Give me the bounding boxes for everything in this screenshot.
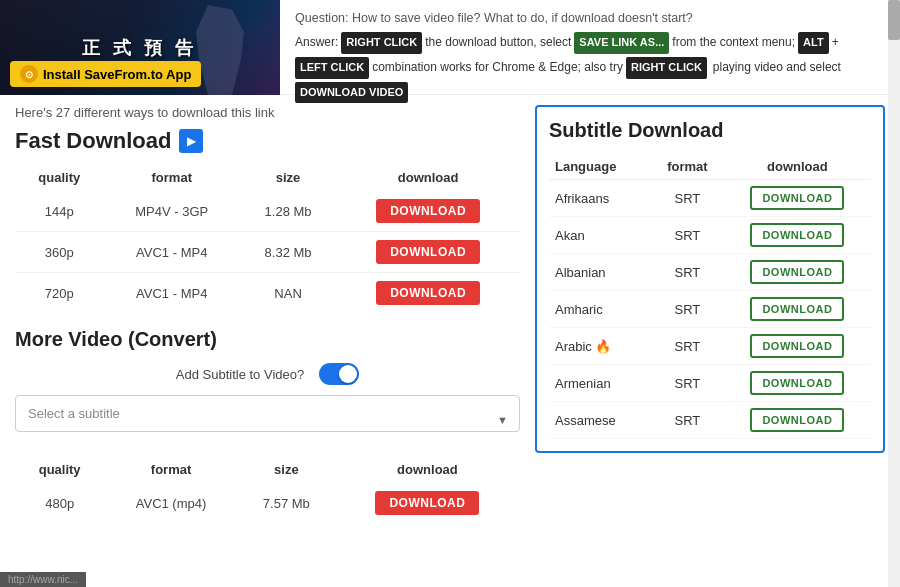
convert-col-size: size — [238, 456, 335, 483]
subtitle-table: Language format download Afrikaans SRT D… — [549, 154, 871, 439]
question-text: Question: How to save video file? What t… — [295, 8, 885, 28]
sub-format: SRT — [651, 291, 724, 328]
sub-format: SRT — [651, 328, 724, 365]
convert-header-row: quality format size download — [15, 456, 520, 483]
subtitle-download-button[interactable]: DOWNLOAD — [750, 186, 844, 210]
answer-text4: playing video and select — [713, 57, 841, 79]
sub-download[interactable]: DOWNLOAD — [724, 254, 871, 291]
install-banner[interactable]: ⊙ Install SaveFrom.to App — [10, 61, 201, 87]
cell-download[interactable]: DOWNLOAD — [336, 232, 520, 273]
scrollbar[interactable] — [888, 0, 900, 587]
cell-format: AVC1 - MP4 — [104, 232, 240, 273]
top-banner: 正 式 預 告 ⊙ Install SaveFrom.to App Questi… — [0, 0, 900, 95]
download-video-badge: DOWNLOAD VIDEO — [295, 82, 408, 104]
col-download: download — [336, 164, 520, 191]
fire-icon: 🔥 — [595, 339, 611, 354]
cell-download[interactable]: DOWNLOAD — [336, 273, 520, 314]
subtitle-toggle-label: Add Subtitle to Video? — [176, 367, 304, 382]
cell-format: AVC1 (mp4) — [104, 483, 237, 523]
fast-download-header: Fast Download ▶ — [15, 128, 520, 154]
sub-format: SRT — [651, 254, 724, 291]
video-thumbnail: 正 式 預 告 ⊙ Install SaveFrom.to App — [0, 0, 280, 95]
sub-download[interactable]: DOWNLOAD — [724, 328, 871, 365]
section-intro: Here's 27 different ways to download thi… — [15, 105, 520, 120]
subtitle-download-button[interactable]: DOWNLOAD — [750, 408, 844, 432]
play-icon: ▶ — [179, 129, 203, 153]
answer-text1: the download button, select — [425, 32, 571, 54]
subtitle-header-row: Language format download — [549, 154, 871, 180]
convert-col-download: download — [335, 456, 520, 483]
sub-format: SRT — [651, 402, 724, 439]
thumbnail-title: 正 式 預 告 — [82, 36, 197, 60]
toggle-knob — [339, 365, 357, 383]
subtitle-download-button[interactable]: DOWNLOAD — [750, 297, 844, 321]
sub-download[interactable]: DOWNLOAD — [724, 365, 871, 402]
sub-language: Afrikaans — [549, 180, 651, 217]
sub-col-format: format — [651, 154, 724, 180]
top-info: Question: How to save video file? What t… — [280, 0, 900, 94]
table-header-row: quality format size download — [15, 164, 520, 191]
cell-download[interactable]: DOWNLOAD — [336, 191, 520, 232]
fast-download-table: quality format size download 144p MP4V -… — [15, 164, 520, 313]
subtitle-download-title: Subtitle Download — [549, 119, 871, 142]
list-item: Afrikaans SRT DOWNLOAD — [549, 180, 871, 217]
sub-language: Albanian — [549, 254, 651, 291]
cell-quality: 480p — [15, 483, 104, 523]
list-item: Armenian SRT DOWNLOAD — [549, 365, 871, 402]
answer-text2: from the context menu; — [672, 32, 795, 54]
col-quality: quality — [15, 164, 104, 191]
install-icon: ⊙ — [20, 65, 38, 83]
cell-format: MP4V - 3GP — [104, 191, 240, 232]
answer-text3: combination works for Chrome & Edge; als… — [372, 57, 623, 79]
sub-language: Arabic 🔥 — [549, 328, 651, 365]
subtitle-download-button[interactable]: DOWNLOAD — [750, 223, 844, 247]
subtitle-select[interactable]: Select a subtitle — [15, 395, 520, 432]
subtitle-download-button[interactable]: DOWNLOAD — [750, 260, 844, 284]
sub-download[interactable]: DOWNLOAD — [724, 217, 871, 254]
subtitle-download-button[interactable]: DOWNLOAD — [750, 334, 844, 358]
download-button[interactable]: DOWNLOAD — [376, 281, 480, 305]
cell-size: NAN — [240, 273, 336, 314]
download-button[interactable]: DOWNLOAD — [376, 199, 480, 223]
sub-language: Akan — [549, 217, 651, 254]
alt-badge: ALT — [798, 32, 829, 54]
sub-format: SRT — [651, 365, 724, 402]
sub-language: Amharic — [549, 291, 651, 328]
cell-quality: 360p — [15, 232, 104, 273]
list-item: Amharic SRT DOWNLOAD — [549, 291, 871, 328]
subtitle-toggle[interactable] — [319, 363, 359, 385]
table-row: 144p MP4V - 3GP 1.28 Mb DOWNLOAD — [15, 191, 520, 232]
cell-size: 7.57 Mb — [238, 483, 335, 523]
subtitle-download-button[interactable]: DOWNLOAD — [750, 371, 844, 395]
cell-quality: 144p — [15, 191, 104, 232]
list-item: Assamese SRT DOWNLOAD — [549, 402, 871, 439]
list-item: Arabic 🔥 SRT DOWNLOAD — [549, 328, 871, 365]
watermark: http://www.nic... — [0, 572, 86, 587]
cell-quality: 720p — [15, 273, 104, 314]
left-click-badge: LEFT CLICK — [295, 57, 369, 79]
list-item: Akan SRT DOWNLOAD — [549, 217, 871, 254]
right-panel: Subtitle Download Language format downlo… — [535, 105, 885, 453]
list-item: Albanian SRT DOWNLOAD — [549, 254, 871, 291]
main-content: Here's 27 different ways to download thi… — [0, 95, 900, 587]
cell-download[interactable]: DOWNLOAD — [335, 483, 520, 523]
save-link-badge: SAVE LINK AS... — [574, 32, 669, 54]
subtitle-toggle-row: Add Subtitle to Video? — [15, 363, 520, 385]
scrollbar-thumb[interactable] — [888, 0, 900, 40]
cell-size: 1.28 Mb — [240, 191, 336, 232]
sub-download[interactable]: DOWNLOAD — [724, 180, 871, 217]
install-label: Install SaveFrom.to App — [43, 67, 191, 82]
right-badge2: RIGHT CLICK — [626, 57, 707, 79]
sub-download[interactable]: DOWNLOAD — [724, 291, 871, 328]
cell-format: AVC1 - MP4 — [104, 273, 240, 314]
table-row: 720p AVC1 - MP4 NAN DOWNLOAD — [15, 273, 520, 314]
cell-size: 8.32 Mb — [240, 232, 336, 273]
plus-sign: + — [832, 32, 839, 54]
sub-col-download: download — [724, 154, 871, 180]
sub-format: SRT — [651, 180, 724, 217]
download-button[interactable]: DOWNLOAD — [376, 240, 480, 264]
bottom-table-section: quality format size download 480p AVC1 (… — [15, 456, 520, 523]
download-button[interactable]: DOWNLOAD — [375, 491, 479, 515]
col-size: size — [240, 164, 336, 191]
sub-download[interactable]: DOWNLOAD — [724, 402, 871, 439]
